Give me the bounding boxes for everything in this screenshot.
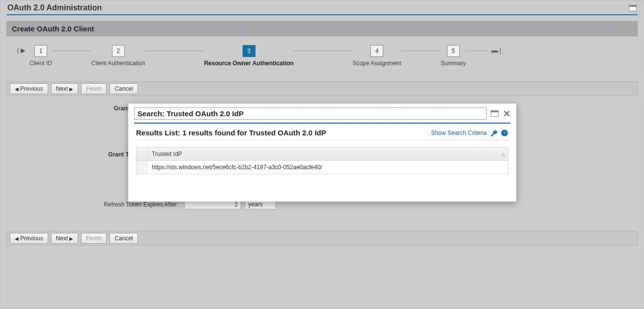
- wizard-title: Create OAuth 2.0 Client: [6, 21, 638, 36]
- button-label: Finish: [86, 85, 102, 92]
- finish-button: Finish: [81, 83, 107, 94]
- button-label: Next: [56, 85, 68, 92]
- step-number: 4: [370, 45, 383, 57]
- button-label: Cancel: [114, 85, 133, 92]
- search-dialog: Search: Trusted OAuth 2.0 IdP ✕ Results …: [128, 103, 516, 202]
- results-table: Trusted IdP △ https://sts.windows.net/5e…: [136, 147, 508, 174]
- dialog-header: Search: Trusted OAuth 2.0 IdP ✕: [134, 107, 510, 120]
- step-label: Client Authentication: [91, 60, 145, 67]
- chevron-right-icon: ▶: [69, 236, 73, 241]
- cancel-button[interactable]: Cancel: [110, 233, 138, 244]
- step-scope-assignment[interactable]: 4 Scope Assignment: [353, 45, 401, 67]
- step-label: Summary: [441, 60, 466, 67]
- step-client-auth[interactable]: 2 Client Authentication: [91, 45, 145, 67]
- row-value: https://sts.windows.net/5ece6cfc-b2b2-41…: [148, 161, 508, 174]
- button-bar-bottom: ◀Previous Next▶ Finish Cancel: [6, 231, 638, 246]
- results-row[interactable]: https://sts.windows.net/5ece6cfc-b2b2-41…: [137, 161, 508, 174]
- row-selector[interactable]: [137, 161, 148, 174]
- column-header-trusted-idp[interactable]: Trusted IdP △: [148, 148, 508, 160]
- results-header-row: Trusted IdP △: [137, 148, 508, 161]
- button-label: Finish: [86, 235, 102, 242]
- button-label: Previous: [20, 85, 43, 92]
- wrench-icon[interactable]: [490, 129, 498, 137]
- previous-button[interactable]: ◀Previous: [10, 83, 48, 94]
- roadmap-end-icon: ▬❘: [491, 45, 503, 54]
- button-bar-top: ◀Previous Next▶ Finish Cancel: [6, 81, 638, 96]
- step-resource-owner-auth[interactable]: 3 Resource Owner Authentication: [204, 45, 293, 67]
- svg-text:?: ?: [503, 130, 505, 135]
- selector-column-header: [137, 148, 148, 160]
- button-label: Cancel: [114, 235, 133, 242]
- step-number: 2: [112, 45, 125, 57]
- help-icon[interactable]: ?: [501, 129, 508, 137]
- roadmap-connector: [145, 51, 204, 51]
- step-number: 1: [34, 45, 47, 57]
- show-search-criteria-link[interactable]: Show Search Criteria: [431, 129, 487, 136]
- step-label: Scope Assignment: [353, 60, 401, 67]
- wizard-roadmap: ❘▶ 1 Client ID 2 Client Authentication 3…: [6, 36, 638, 81]
- dialog-window-icon[interactable]: [491, 110, 499, 117]
- step-label: Resource Owner Authentication: [204, 60, 293, 67]
- roadmap-connector: [52, 51, 91, 51]
- cancel-button[interactable]: Cancel: [110, 83, 138, 94]
- step-number: 5: [447, 45, 460, 57]
- close-icon[interactable]: ✕: [503, 110, 510, 118]
- roadmap-connector: [401, 51, 441, 51]
- roadmap-start-icon: ❘▶: [15, 45, 26, 54]
- dialog-sub-separator: [136, 140, 508, 140]
- dialog-separator: [134, 123, 510, 124]
- step-client-id[interactable]: 1 Client ID: [29, 45, 52, 67]
- roadmap-connector: [466, 51, 488, 51]
- roadmap-connector: [294, 51, 353, 51]
- step-summary[interactable]: 5 Summary: [441, 45, 466, 67]
- chevron-left-icon: ◀: [15, 236, 19, 241]
- window-icon[interactable]: [629, 5, 637, 11]
- sort-indicator-icon: △: [502, 152, 504, 156]
- next-button[interactable]: Next▶: [51, 233, 79, 244]
- button-label: Previous: [20, 235, 43, 242]
- finish-button: Finish: [81, 233, 107, 244]
- chevron-right-icon: ▶: [69, 86, 73, 92]
- previous-button[interactable]: ◀Previous: [10, 233, 48, 244]
- step-number: 3: [243, 45, 255, 57]
- label-refresh-expires: Refresh Token Expires After:: [16, 201, 184, 208]
- page-title: OAuth 2.0 Administration: [7, 3, 102, 12]
- results-title: Results List: 1 results found for Truste…: [136, 129, 326, 137]
- chevron-left-icon: ◀: [15, 86, 19, 92]
- page-title-row: OAuth 2.0 Administration: [0, 0, 644, 14]
- button-label: Next: [56, 235, 68, 242]
- dialog-title: Search: Trusted OAuth 2.0 IdP: [134, 107, 487, 120]
- next-button[interactable]: Next▶: [51, 83, 79, 94]
- step-label: Client ID: [29, 60, 52, 67]
- dialog-subheader: Results List: 1 results found for Truste…: [136, 129, 508, 137]
- column-header-label: Trusted IdP: [152, 151, 182, 157]
